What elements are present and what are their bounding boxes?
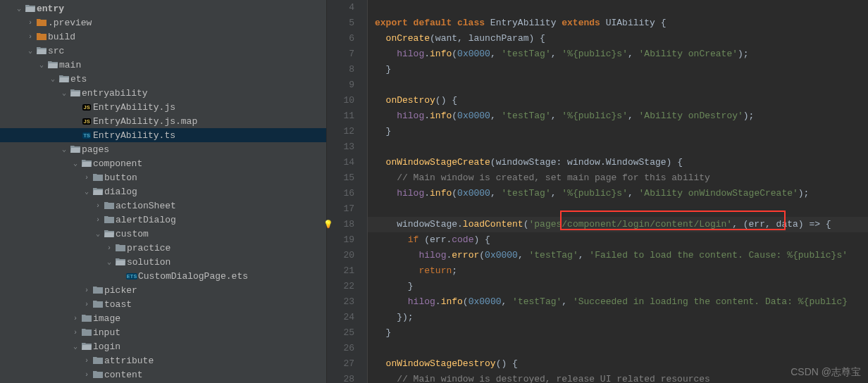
folder-icon bbox=[92, 300, 104, 308]
tree-folder[interactable]: ⌄entryability bbox=[0, 86, 326, 100]
chevron-icon[interactable]: ⌄ bbox=[70, 159, 80, 168]
code-line[interactable] bbox=[368, 0, 868, 15]
tree-file[interactable]: JSEntryAbility.js.map bbox=[0, 114, 326, 128]
code-line[interactable]: } bbox=[368, 325, 868, 341]
code-line[interactable]: }); bbox=[368, 310, 868, 325]
line-number: 18 bbox=[327, 217, 367, 232]
tree-folder[interactable]: ›build bbox=[0, 30, 326, 44]
code-line[interactable]: hilog.info(0x0000, 'testTag', '%{public}… bbox=[368, 46, 868, 62]
code-line[interactable]: onCreate(want, launchParam) { bbox=[368, 31, 868, 46]
chevron-icon[interactable]: › bbox=[82, 301, 92, 308]
chevron-icon[interactable]: › bbox=[25, 33, 35, 41]
tree-folder[interactable]: ›actionSheet bbox=[0, 199, 326, 213]
code-line[interactable]: } bbox=[368, 124, 868, 139]
chevron-icon[interactable]: ⌄ bbox=[104, 258, 114, 266]
editor-pane[interactable]: 4567891011121314151617181920212223242526… bbox=[327, 0, 868, 383]
line-number: 17 bbox=[327, 201, 367, 217]
chevron-icon[interactable]: ⌄ bbox=[48, 75, 58, 83]
tree-folder[interactable]: ›attribute bbox=[0, 353, 326, 368]
code-line[interactable]: hilog.info(0x0000, 'testTag', '%{public}… bbox=[368, 186, 868, 201]
chevron-icon[interactable]: › bbox=[70, 315, 80, 322]
tree-item-label: alertDialog bbox=[116, 215, 176, 225]
tree-file[interactable]: TSEntryAbility.ts bbox=[0, 128, 326, 142]
tree-folder[interactable]: ⌄solution bbox=[0, 255, 326, 269]
file-icon: ETS bbox=[125, 273, 138, 280]
chevron-icon[interactable]: › bbox=[25, 19, 35, 27]
tree-folder[interactable]: ⌄dialog bbox=[0, 184, 326, 199]
tree-item-label: EntryAbility.js.map bbox=[93, 116, 197, 127]
chevron-icon[interactable]: › bbox=[93, 216, 103, 224]
code-line[interactable]: windowStage.loadContent('pages/component… bbox=[368, 217, 868, 232]
tree-file[interactable]: JSEntryAbility.js bbox=[0, 100, 326, 114]
code-line[interactable] bbox=[368, 139, 868, 155]
code-line[interactable]: } bbox=[368, 62, 868, 77]
code-line[interactable]: onDestroy() { bbox=[368, 93, 868, 108]
chevron-icon[interactable]: ⌄ bbox=[59, 145, 69, 153]
tree-folder[interactable]: ›toast bbox=[0, 297, 326, 311]
code-line[interactable] bbox=[368, 77, 868, 93]
line-number: 20 bbox=[327, 248, 367, 263]
tree-folder[interactable]: ›picker bbox=[0, 283, 326, 297]
line-number-gutter: 4567891011121314151617181920212223242526… bbox=[327, 0, 368, 383]
chevron-icon[interactable]: ⌄ bbox=[37, 61, 46, 69]
tree-folder[interactable]: ⌄src bbox=[0, 44, 326, 58]
line-number: 10 bbox=[327, 93, 367, 108]
folder-icon bbox=[103, 215, 116, 224]
code-line[interactable]: } bbox=[368, 279, 868, 294]
folder-icon bbox=[92, 173, 104, 182]
code-line[interactable]: hilog.info(0x0000, 'testTag', 'Succeeded… bbox=[368, 294, 868, 310]
tree-folder[interactable]: ⌄entry bbox=[0, 1, 326, 15]
tree-folder[interactable]: ›image bbox=[0, 311, 326, 325]
chevron-icon[interactable]: › bbox=[82, 174, 92, 182]
code-line[interactable]: // Main window is created, set main page… bbox=[368, 170, 868, 186]
chevron-icon[interactable]: ⌄ bbox=[25, 46, 35, 55]
chevron-icon[interactable]: › bbox=[93, 202, 103, 210]
tree-item-label: content bbox=[104, 370, 143, 380]
code-line[interactable]: onWindowStageCreate(windowStage: window.… bbox=[368, 155, 868, 170]
chevron-icon[interactable]: › bbox=[104, 244, 114, 252]
chevron-icon[interactable]: ⌄ bbox=[59, 89, 69, 97]
chevron-icon[interactable]: ⌄ bbox=[70, 342, 80, 351]
tree-folder[interactable]: ›practice bbox=[0, 241, 326, 255]
code-line[interactable]: hilog.info(0x0000, 'testTag', '%{public}… bbox=[368, 108, 868, 124]
folder-icon bbox=[35, 32, 48, 41]
tree-folder[interactable]: ›button bbox=[0, 170, 326, 184]
tree-item-label: src bbox=[48, 46, 64, 56]
chevron-icon[interactable]: ⌄ bbox=[14, 4, 24, 13]
code-line[interactable] bbox=[368, 201, 868, 217]
tree-folder[interactable]: ⌄pages bbox=[0, 142, 326, 156]
line-number: 13 bbox=[327, 139, 367, 155]
code-line[interactable]: export default class EntryAbility extend… bbox=[368, 15, 868, 31]
project-tree-sidebar[interactable]: ⌄entry›.preview›build⌄src⌄main⌄ets⌄entry… bbox=[0, 0, 327, 383]
tree-folder[interactable]: ⌄ets bbox=[0, 72, 326, 86]
code-line[interactable]: if (err.code) { bbox=[368, 232, 868, 248]
tree-item-label: login bbox=[93, 341, 120, 352]
tree-folder[interactable]: ›input bbox=[0, 325, 326, 339]
tree-folder[interactable]: ⌄login bbox=[0, 339, 326, 353]
code-area[interactable]: export default class EntryAbility extend… bbox=[368, 0, 868, 383]
tree-folder[interactable]: ⌄component bbox=[0, 156, 326, 170]
chevron-icon[interactable]: ⌄ bbox=[82, 187, 92, 196]
tree-item-label: image bbox=[93, 313, 120, 324]
chevron-icon[interactable]: › bbox=[82, 287, 92, 294]
chevron-icon[interactable]: › bbox=[70, 329, 80, 337]
tree-folder[interactable]: ›alertDialog bbox=[0, 213, 326, 227]
tree-item-label: practice bbox=[127, 243, 170, 253]
tree-item-label: pages bbox=[82, 144, 109, 155]
tree-folder[interactable]: ›content bbox=[0, 368, 326, 382]
code-line[interactable] bbox=[368, 341, 868, 356]
tree-file[interactable]: ETSCustomDialogPage.ets bbox=[0, 269, 326, 283]
line-number: 16 bbox=[327, 186, 367, 201]
chevron-icon[interactable]: › bbox=[82, 371, 92, 379]
tree-folder[interactable]: ⌄custom bbox=[0, 227, 326, 241]
code-line[interactable]: hilog.error(0x0000, 'testTag', 'Failed t… bbox=[368, 248, 868, 263]
tree-folder[interactable]: ›.preview bbox=[0, 15, 326, 30]
chevron-icon[interactable]: › bbox=[82, 357, 92, 365]
tree-item-label: main bbox=[59, 60, 81, 70]
code-line[interactable]: return; bbox=[368, 263, 868, 279]
folder-open-icon bbox=[46, 61, 59, 69]
chevron-icon[interactable]: ⌄ bbox=[93, 230, 103, 238]
tree-item-label: .preview bbox=[48, 18, 92, 28]
tree-folder[interactable]: ⌄main bbox=[0, 58, 326, 72]
line-number: 21 bbox=[327, 263, 367, 279]
